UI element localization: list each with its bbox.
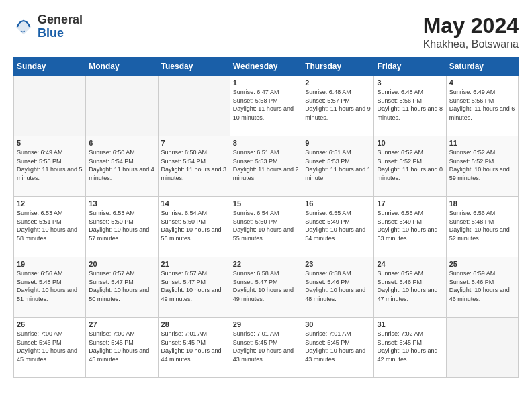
day-number: 22 (233, 260, 299, 268)
logo: General Blue (13, 13, 83, 40)
day-info: Sunrise: 6:55 AMSunset: 5:49 PMDaylight:… (305, 209, 371, 242)
calendar-cell: 29Sunrise: 7:01 AMSunset: 5:45 PMDayligh… (230, 318, 302, 378)
calendar-cell: 14Sunrise: 6:54 AMSunset: 5:50 PMDayligh… (158, 197, 230, 257)
day-number: 8 (233, 139, 299, 147)
day-info: Sunrise: 6:49 AMSunset: 5:55 PMDaylight:… (17, 148, 83, 182)
location: Khakhea, Botswana (423, 38, 519, 50)
day-info: Sunrise: 6:54 AMSunset: 5:50 PMDaylight:… (161, 209, 227, 242)
calendar-table: SundayMondayTuesdayWednesdayThursdayFrid… (13, 57, 519, 378)
day-number: 23 (305, 260, 371, 268)
calendar-cell: 23Sunrise: 6:58 AMSunset: 5:46 PMDayligh… (302, 257, 374, 318)
day-info: Sunrise: 6:51 AMSunset: 5:53 PMDaylight:… (305, 148, 371, 182)
day-info: Sunrise: 6:59 AMSunset: 5:46 PMDaylight:… (449, 269, 515, 303)
calendar-cell: 31Sunrise: 7:02 AMSunset: 5:45 PMDayligh… (374, 318, 446, 378)
calendar-cell: 15Sunrise: 6:54 AMSunset: 5:50 PMDayligh… (230, 197, 302, 257)
day-info: Sunrise: 6:53 AMSunset: 5:51 PMDaylight:… (17, 209, 83, 242)
logo-text: General Blue (38, 13, 83, 40)
calendar-cell: 27Sunrise: 7:00 AMSunset: 5:45 PMDayligh… (86, 318, 158, 378)
day-number: 14 (161, 199, 227, 208)
day-number: 31 (377, 320, 443, 328)
day-number: 20 (89, 260, 154, 268)
weekday-header: Thursday (302, 58, 374, 76)
day-number: 5 (17, 139, 83, 147)
calendar-cell: 8Sunrise: 6:51 AMSunset: 5:53 PMDaylight… (230, 136, 302, 197)
calendar-cell: 24Sunrise: 6:59 AMSunset: 5:46 PMDayligh… (374, 257, 446, 318)
calendar-cell: 21Sunrise: 6:57 AMSunset: 5:47 PMDayligh… (158, 257, 230, 318)
weekday-header: Saturday (446, 58, 518, 76)
day-info: Sunrise: 6:49 AMSunset: 5:56 PMDaylight:… (449, 88, 515, 122)
day-number: 19 (17, 260, 83, 268)
day-number: 7 (161, 139, 227, 147)
calendar-cell (86, 76, 158, 136)
day-info: Sunrise: 7:01 AMSunset: 5:45 PMDaylight:… (161, 330, 227, 363)
page-header: General Blue May 2024 Khakhea, Botswana (13, 13, 519, 50)
day-info: Sunrise: 6:47 AMSunset: 5:58 PMDaylight:… (233, 88, 299, 122)
calendar-week-row: 1Sunrise: 6:47 AMSunset: 5:58 PMDaylight… (14, 76, 519, 136)
day-info: Sunrise: 6:53 AMSunset: 5:50 PMDaylight:… (89, 209, 154, 242)
day-info: Sunrise: 6:57 AMSunset: 5:47 PMDaylight:… (161, 269, 227, 303)
day-info: Sunrise: 6:54 AMSunset: 5:50 PMDaylight:… (233, 209, 299, 242)
calendar-cell: 30Sunrise: 7:01 AMSunset: 5:45 PMDayligh… (302, 318, 374, 378)
weekday-header: Wednesday (230, 58, 302, 76)
day-number: 3 (377, 79, 443, 87)
calendar-week-row: 5Sunrise: 6:49 AMSunset: 5:55 PMDaylight… (14, 136, 519, 197)
calendar-cell (158, 76, 230, 136)
day-info: Sunrise: 6:48 AMSunset: 5:56 PMDaylight:… (377, 88, 443, 122)
calendar-cell: 28Sunrise: 7:01 AMSunset: 5:45 PMDayligh… (158, 318, 230, 378)
day-info: Sunrise: 7:01 AMSunset: 5:45 PMDaylight:… (233, 330, 299, 363)
calendar-cell: 6Sunrise: 6:50 AMSunset: 5:54 PMDaylight… (86, 136, 158, 197)
day-info: Sunrise: 7:00 AMSunset: 5:45 PMDaylight:… (89, 330, 154, 363)
day-number: 9 (305, 139, 371, 147)
day-number: 21 (161, 260, 227, 268)
day-info: Sunrise: 6:55 AMSunset: 5:49 PMDaylight:… (377, 209, 443, 242)
logo-icon (13, 17, 34, 37)
logo-general-text: General (38, 13, 83, 27)
day-number: 16 (305, 199, 371, 208)
calendar-cell (14, 76, 86, 136)
calendar-cell: 9Sunrise: 6:51 AMSunset: 5:53 PMDaylight… (302, 136, 374, 197)
day-number: 6 (89, 139, 154, 147)
day-number: 28 (161, 320, 227, 328)
calendar-week-row: 19Sunrise: 6:56 AMSunset: 5:48 PMDayligh… (14, 257, 519, 318)
day-info: Sunrise: 6:52 AMSunset: 5:52 PMDaylight:… (449, 148, 515, 182)
day-info: Sunrise: 6:58 AMSunset: 5:47 PMDaylight:… (233, 269, 299, 303)
day-number: 30 (305, 320, 371, 328)
title-block: May 2024 Khakhea, Botswana (423, 13, 519, 50)
calendar-cell: 12Sunrise: 6:53 AMSunset: 5:51 PMDayligh… (14, 197, 86, 257)
calendar-cell: 1Sunrise: 6:47 AMSunset: 5:58 PMDaylight… (230, 76, 302, 136)
day-info: Sunrise: 6:50 AMSunset: 5:54 PMDaylight:… (89, 148, 154, 182)
day-info: Sunrise: 6:48 AMSunset: 5:57 PMDaylight:… (305, 88, 371, 122)
day-number: 27 (89, 320, 154, 328)
calendar-cell: 26Sunrise: 7:00 AMSunset: 5:46 PMDayligh… (14, 318, 86, 378)
day-info: Sunrise: 6:57 AMSunset: 5:47 PMDaylight:… (89, 269, 154, 303)
calendar-cell: 20Sunrise: 6:57 AMSunset: 5:47 PMDayligh… (86, 257, 158, 318)
calendar-cell: 2Sunrise: 6:48 AMSunset: 5:57 PMDaylight… (302, 76, 374, 136)
calendar-cell: 17Sunrise: 6:55 AMSunset: 5:49 PMDayligh… (374, 197, 446, 257)
day-number: 18 (449, 199, 515, 208)
day-info: Sunrise: 6:51 AMSunset: 5:53 PMDaylight:… (233, 148, 299, 182)
weekday-header: Tuesday (158, 58, 230, 76)
day-info: Sunrise: 6:58 AMSunset: 5:46 PMDaylight:… (305, 269, 371, 303)
day-info: Sunrise: 6:59 AMSunset: 5:46 PMDaylight:… (377, 269, 443, 303)
day-number: 13 (89, 199, 154, 208)
day-info: Sunrise: 7:00 AMSunset: 5:46 PMDaylight:… (17, 330, 83, 363)
calendar-cell: 19Sunrise: 6:56 AMSunset: 5:48 PMDayligh… (14, 257, 86, 318)
day-number: 17 (377, 199, 443, 208)
day-info: Sunrise: 7:02 AMSunset: 5:45 PMDaylight:… (377, 330, 443, 363)
calendar-week-row: 26Sunrise: 7:00 AMSunset: 5:46 PMDayligh… (14, 318, 519, 378)
logo-blue-text: Blue (38, 27, 83, 40)
day-number: 2 (305, 79, 371, 87)
calendar-cell: 4Sunrise: 6:49 AMSunset: 5:56 PMDaylight… (446, 76, 518, 136)
calendar-cell (446, 318, 518, 378)
day-number: 29 (233, 320, 299, 328)
weekday-header: Friday (374, 58, 446, 76)
day-info: Sunrise: 7:01 AMSunset: 5:45 PMDaylight:… (305, 330, 371, 363)
calendar-cell: 18Sunrise: 6:56 AMSunset: 5:48 PMDayligh… (446, 197, 518, 257)
calendar-cell: 13Sunrise: 6:53 AMSunset: 5:50 PMDayligh… (86, 197, 158, 257)
day-number: 15 (233, 199, 299, 208)
calendar-cell: 16Sunrise: 6:55 AMSunset: 5:49 PMDayligh… (302, 197, 374, 257)
calendar-cell: 11Sunrise: 6:52 AMSunset: 5:52 PMDayligh… (446, 136, 518, 197)
day-number: 4 (449, 79, 515, 87)
calendar-cell: 25Sunrise: 6:59 AMSunset: 5:46 PMDayligh… (446, 257, 518, 318)
calendar-cell: 3Sunrise: 6:48 AMSunset: 5:56 PMDaylight… (374, 76, 446, 136)
